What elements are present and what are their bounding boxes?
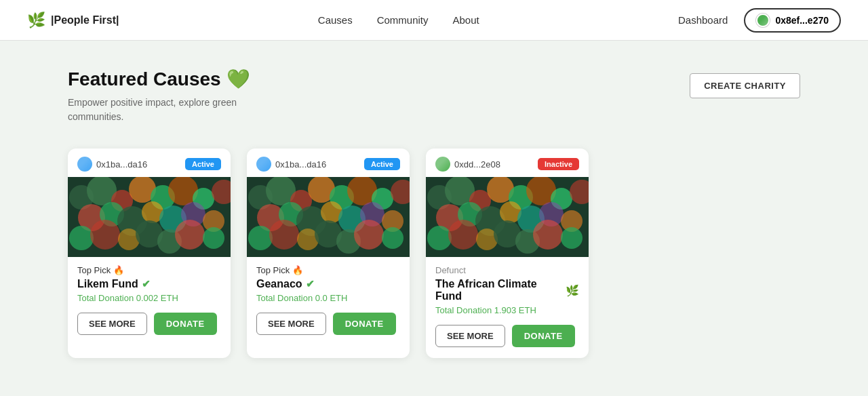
- card-address-3: 0xdd...2e08: [435, 157, 500, 172]
- create-charity-button[interactable]: CREATE CHARITY: [690, 73, 800, 98]
- top-pick-label-2: Top Pick 🔥: [256, 265, 400, 275]
- nav-links: Causes Community About: [146, 14, 651, 26]
- status-badge-3: Inactive: [538, 158, 579, 170]
- card-actions-3: SEE MORE DONATE: [435, 325, 579, 347]
- donation-text-2: Total Donation 0.0 ETH: [256, 293, 400, 303]
- card-image-3: [426, 177, 589, 257]
- navbar: 🌿 |People First| Causes Community About …: [0, 0, 868, 41]
- wallet-avatar: [756, 14, 770, 27]
- card-name-2: Geanaco: [256, 278, 302, 290]
- nav-causes[interactable]: Causes: [318, 14, 353, 26]
- card-geanaco: 0x1ba...da16 Active: [247, 148, 410, 358]
- address-text-1: 0x1ba...da16: [96, 159, 147, 170]
- svg-point-67: [533, 220, 563, 250]
- address-text-2: 0x1ba...da16: [275, 159, 326, 170]
- svg-point-68: [561, 227, 583, 249]
- nav-about[interactable]: About: [453, 14, 479, 26]
- logo[interactable]: 🌿 |People First|: [27, 12, 119, 29]
- svg-point-45: [382, 227, 403, 249]
- featured-title-icon: 💚: [226, 68, 250, 90]
- name-icon-3: 🌿: [566, 284, 579, 297]
- svg-point-22: [203, 227, 224, 249]
- featured-title-text: Featured Causes: [68, 68, 221, 90]
- address-avatar-2: [256, 157, 271, 172]
- donation-text-3: Total Donation 1.903 ETH: [435, 305, 579, 315]
- navbar-right: Dashboard 0x8ef...e270: [678, 8, 841, 33]
- nav-community[interactable]: Community: [377, 14, 429, 26]
- card-actions-2: SEE MORE DONATE: [256, 313, 400, 335]
- forest-image-3: [426, 177, 589, 257]
- card-name-1: Likem Fund: [77, 278, 138, 290]
- donation-text-1: Total Donation 0.002 ETH: [77, 293, 221, 303]
- card-title-3: The African Climate Fund 🌿: [435, 278, 579, 302]
- dashboard-link[interactable]: Dashboard: [678, 14, 728, 26]
- logo-icon: 🌿: [27, 12, 45, 29]
- status-badge-2: Active: [364, 158, 400, 170]
- donate-button-3[interactable]: DONATE: [512, 325, 575, 347]
- top-pick-label-1: Top Pick 🔥: [77, 265, 221, 275]
- card-title-2: Geanaco ✔: [256, 278, 400, 290]
- card-header-1: 0x1ba...da16 Active: [68, 148, 231, 177]
- svg-point-21: [175, 220, 205, 250]
- forest-image-2: [247, 177, 410, 257]
- card-body-3: Defunct The African Climate Fund 🌿 Total…: [426, 257, 589, 358]
- verified-icon-2: ✔: [306, 278, 315, 290]
- card-african-climate: 0xdd...2e08 Inactive: [426, 148, 589, 358]
- svg-point-63: [448, 220, 478, 250]
- card-likem-fund: 0x1ba...da16 Active: [68, 148, 231, 358]
- donate-button-1[interactable]: DONATE: [154, 313, 217, 335]
- see-more-button-1[interactable]: SEE MORE: [77, 313, 147, 335]
- card-image-1: [68, 177, 231, 257]
- featured-header-left: Featured Causes 💚 Empower positive impac…: [68, 68, 250, 124]
- svg-point-40: [269, 220, 299, 250]
- donate-button-2[interactable]: DONATE: [333, 313, 396, 335]
- address-text-3: 0xdd...2e08: [454, 159, 500, 170]
- cards-row: 0x1ba...da16 Active: [68, 148, 800, 358]
- see-more-button-3[interactable]: SEE MORE: [435, 325, 505, 347]
- card-actions-1: SEE MORE DONATE: [77, 313, 221, 335]
- svg-point-39: [248, 226, 273, 250]
- card-header-3: 0xdd...2e08 Inactive: [426, 148, 589, 177]
- featured-title: Featured Causes 💚: [68, 68, 250, 90]
- address-avatar-1: [77, 157, 92, 172]
- verified-icon-1: ✔: [142, 278, 151, 290]
- featured-header: Featured Causes 💚 Empower positive impac…: [68, 68, 800, 124]
- card-name-3: The African Climate Fund: [435, 278, 562, 302]
- svg-point-44: [354, 220, 384, 250]
- main-content: Featured Causes 💚 Empower positive impac…: [0, 41, 868, 385]
- card-title-1: Likem Fund ✔: [77, 278, 221, 290]
- defunct-label: Defunct: [435, 265, 579, 275]
- wallet-address: 0x8ef...e270: [775, 15, 829, 26]
- card-address-1: 0x1ba...da16: [77, 157, 147, 172]
- card-body-2: Top Pick 🔥 Geanaco ✔ Total Donation 0.0 …: [247, 257, 410, 346]
- card-body-1: Top Pick 🔥 Likem Fund ✔ Total Donation 0…: [68, 257, 231, 346]
- see-more-button-2[interactable]: SEE MORE: [256, 313, 326, 335]
- svg-point-16: [69, 226, 94, 250]
- featured-subtitle: Empower positive impact, explore green c…: [68, 96, 244, 124]
- logo-text: |People First|: [51, 14, 119, 26]
- card-image-2: [247, 177, 410, 257]
- svg-point-62: [427, 226, 452, 250]
- wallet-button[interactable]: 0x8ef...e270: [744, 8, 841, 33]
- card-header-2: 0x1ba...da16 Active: [247, 148, 410, 177]
- forest-image-1: [68, 177, 231, 257]
- card-address-2: 0x1ba...da16: [256, 157, 326, 172]
- svg-point-17: [90, 220, 120, 250]
- address-avatar-3: [435, 157, 450, 172]
- status-badge-1: Active: [185, 158, 221, 170]
